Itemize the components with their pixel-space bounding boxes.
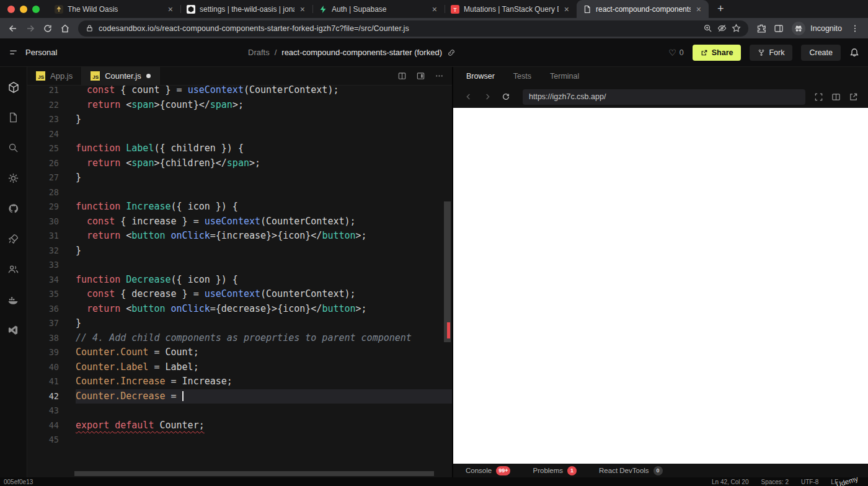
profile-chip[interactable]: Incognito (788, 22, 846, 35)
macos-close-button[interactable] (7, 6, 15, 13)
zoom-icon[interactable] (703, 24, 712, 33)
code-line[interactable]: 38// 4. Add child components as proeprti… (27, 331, 452, 346)
new-tab-button[interactable]: + (709, 0, 733, 18)
preview-url-text[interactable]: https://igzh7c.csb.app/ (529, 92, 606, 101)
eye-off-icon[interactable] (717, 24, 727, 33)
code-line[interactable]: 28 (27, 185, 452, 200)
open-external-icon[interactable] (849, 92, 858, 102)
preview-forward-icon[interactable] (479, 89, 495, 105)
preview-address-bar[interactable]: https://igzh7c.csb.app/ (523, 89, 805, 105)
code-line[interactable]: 21 const { count } = useContext(CounterC… (27, 86, 452, 98)
tab-browser[interactable]: Browser (466, 72, 495, 81)
docker-icon[interactable] (7, 293, 20, 306)
code-line[interactable]: 37} (27, 316, 452, 331)
browser-tab-wild-oasis[interactable]: The Wild Oasis × (48, 0, 180, 18)
address-bar[interactable]: codesandbox.io/s/react-compound-componen… (78, 20, 748, 37)
code-line[interactable]: 41Counter.Increase = Increase; (27, 374, 452, 389)
chrome-menu-icon[interactable] (847, 20, 863, 37)
editor-tab-counter-js[interactable]: JS Counter.js (82, 67, 160, 85)
tab-close-icon[interactable]: × (167, 5, 174, 14)
code-line[interactable]: 30 const { increase } = useContext(Count… (27, 214, 452, 229)
reload-icon[interactable] (40, 20, 56, 37)
console-toggle[interactable]: Console 99+ (466, 466, 510, 475)
workspace-menu-icon[interactable] (9, 48, 18, 57)
code-line[interactable]: 27} (27, 170, 452, 185)
live-collaboration-users-icon[interactable] (7, 263, 20, 276)
side-panel-icon[interactable] (771, 20, 787, 37)
search-icon[interactable] (7, 141, 20, 154)
code-line[interactable]: 42Counter.Decrease = (27, 389, 452, 404)
responsive-mode-icon[interactable] (814, 92, 823, 102)
workspace-name[interactable]: Personal (25, 48, 57, 57)
codesandbox-cube-icon[interactable] (7, 81, 20, 94)
code-line[interactable]: 24 (27, 127, 452, 142)
code-line[interactable]: 29function Increase({ icon }) { (27, 200, 452, 214)
code-line[interactable]: 34function Decrease({ icon }) { (27, 273, 452, 288)
create-button[interactable]: Create (801, 45, 841, 61)
settings-gear-icon[interactable] (7, 172, 20, 185)
status-line-col[interactable]: Ln 42, Col 20 (712, 479, 749, 485)
code-line[interactable]: 32} (27, 244, 452, 258)
notifications-bell-icon[interactable] (849, 48, 859, 58)
code-line[interactable]: 22 return <span>{count}</span>; (27, 98, 452, 113)
code-line[interactable]: 31 return <button onClick={increase}>{ic… (27, 229, 452, 244)
code-line[interactable]: 26 return <span>{children}</span>; (27, 156, 452, 171)
forward-icon[interactable] (22, 20, 38, 37)
code-line[interactable]: 23} (27, 112, 452, 127)
file-explorer-icon[interactable] (7, 111, 20, 124)
browser-tab-tanstack[interactable]: T Mutations | TanStack Query Do... × (445, 0, 577, 18)
share-button[interactable]: Share (693, 45, 742, 61)
browser-tab-supabase[interactable]: Auth | Supabase × (312, 0, 445, 18)
code-line[interactable]: 43 (27, 404, 452, 418)
code-line[interactable]: 35 const { decrease } = useContext(Count… (27, 287, 452, 302)
split-editor-icon[interactable] (397, 71, 407, 81)
code-line[interactable]: 40Counter.Label = Label; (27, 360, 452, 375)
preview-reload-icon[interactable] (498, 89, 514, 105)
editor-tab-app-js[interactable]: JS App.js (27, 67, 82, 85)
tab-tests[interactable]: Tests (513, 72, 531, 81)
code-editor[interactable]: 21 const { count } = useContext(CounterC… (27, 86, 452, 470)
vertical-scrollbar[interactable] (444, 201, 451, 342)
extensions-puzzle-icon[interactable] (753, 20, 769, 37)
tab-close-icon[interactable]: × (563, 5, 570, 14)
status-encoding[interactable]: UTF-8 (801, 479, 818, 485)
code-line[interactable]: 36 return <button onClick={decrease}>{ic… (27, 302, 452, 317)
fork-button[interactable]: Fork (750, 45, 792, 61)
tab-close-icon[interactable]: × (299, 5, 306, 14)
status-indentation[interactable]: Spaces: 2 (761, 479, 789, 485)
copy-link-icon[interactable] (447, 48, 456, 57)
preview-back-icon[interactable] (461, 89, 477, 105)
split-view-icon[interactable] (831, 92, 841, 102)
code-line[interactable]: 45 (27, 433, 452, 448)
breadcrumb-drafts[interactable]: Drafts (248, 48, 270, 57)
macos-minimize-button[interactable] (20, 6, 27, 13)
code-line[interactable]: 39Counter.Count = Count; (27, 345, 452, 360)
code-line[interactable]: 44export default Counter; (27, 418, 452, 433)
bookmark-star-icon[interactable] (732, 24, 741, 33)
deployment-rocket-icon[interactable] (7, 232, 20, 245)
url-text[interactable]: codesandbox.io/s/react-compound-componen… (99, 24, 698, 33)
code-line[interactable]: 25function Label({ children }) { (27, 141, 452, 156)
problems-toggle[interactable]: Problems 1 (533, 466, 577, 475)
vscode-icon[interactable] (7, 324, 20, 337)
screen: The Wild Oasis × settings | the-wild-oas… (0, 0, 868, 486)
back-icon[interactable] (5, 20, 21, 37)
layout-preview-icon[interactable] (416, 71, 425, 81)
github-icon[interactable] (7, 202, 20, 215)
more-actions-icon[interactable] (435, 71, 444, 81)
tab-close-icon[interactable]: × (431, 5, 438, 14)
browser-tab-react-compound-components[interactable]: react-compound-components... × (577, 0, 709, 18)
unsaved-changes-dot[interactable] (146, 74, 151, 78)
macos-fullscreen-button[interactable] (32, 6, 40, 13)
horizontal-scrollbar[interactable] (74, 471, 434, 476)
tab-terminal[interactable]: Terminal (550, 72, 579, 81)
react-devtools-toggle[interactable]: React DevTools 0 (599, 466, 663, 475)
browser-tab-codesandbox-settings[interactable]: settings | the-wild-oasis | jona... × (180, 0, 312, 18)
tab-close-icon[interactable]: × (695, 5, 702, 14)
like-counter[interactable]: ♡ 0 (668, 48, 684, 58)
project-title[interactable]: react-compound-components-starter (forke… (281, 48, 442, 57)
code-line[interactable]: 33 (27, 258, 452, 273)
line-content: } (76, 170, 452, 185)
home-icon[interactable] (57, 20, 73, 37)
browser-preview-viewport[interactable] (453, 108, 868, 464)
